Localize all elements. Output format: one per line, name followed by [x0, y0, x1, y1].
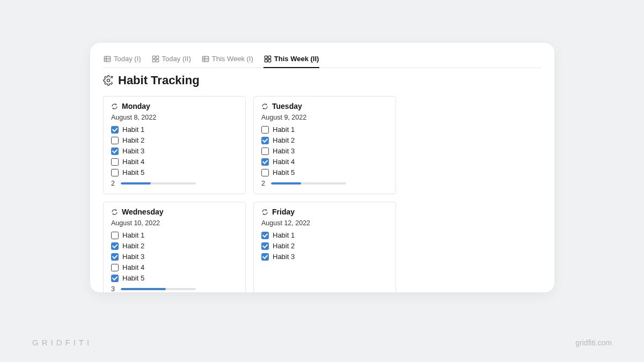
svg-rect-13 [268, 56, 271, 58]
habit-row: Habit 5 [111, 274, 238, 282]
tab-today-i-[interactable]: Today (I) [103, 53, 142, 68]
habit-label: Habit 1 [122, 231, 144, 239]
habit-label: Habit 1 [273, 125, 295, 134]
svg-rect-7 [156, 59, 158, 62]
progress-count: 3 [111, 285, 116, 292]
card-date: August 8, 2022 [111, 114, 238, 121]
tab-label: Today (II) [162, 55, 191, 63]
card-header: Tuesday [261, 102, 388, 110]
progress-row: 2 [111, 180, 238, 187]
svg-point-16 [107, 79, 110, 82]
card-header: Friday [261, 208, 388, 216]
card-day-name: Monday [122, 102, 150, 110]
habit-row: Habit 2 [111, 136, 238, 144]
habit-label: Habit 1 [122, 125, 144, 134]
progress-count: 2 [261, 180, 267, 187]
svg-rect-0 [104, 56, 110, 62]
habit-row: Habit 5 [261, 168, 388, 176]
habit-row: Habit 3 [261, 253, 388, 261]
habit-checkbox[interactable] [111, 242, 119, 250]
svg-rect-8 [202, 56, 208, 62]
card-date: August 10, 2022 [111, 219, 238, 227]
habit-checkbox[interactable] [261, 169, 269, 176]
habit-checkbox[interactable] [261, 232, 269, 239]
habit-checkbox[interactable] [111, 264, 119, 271]
habit-row: Habit 2 [111, 242, 238, 250]
habit-row: Habit 2 [261, 136, 388, 144]
tab-this-week-i-[interactable]: This Week (I) [201, 53, 254, 68]
progress-bar [121, 182, 196, 184]
habit-checkbox[interactable] [261, 147, 269, 155]
tab-label: This Week (I) [212, 55, 253, 63]
habit-label: Habit 3 [273, 253, 295, 261]
card-date: August 9, 2022 [261, 114, 388, 121]
grid-icon [152, 55, 159, 63]
habit-label: Habit 5 [122, 168, 144, 176]
habit-row: Habit 5 [111, 168, 238, 176]
habit-checkbox[interactable] [111, 137, 119, 144]
progress-row: 2 [261, 180, 388, 187]
table-icon [202, 55, 209, 63]
habit-checkbox[interactable] [261, 137, 269, 144]
habit-row: Habit 3 [261, 147, 388, 155]
habit-checkbox[interactable] [111, 169, 119, 176]
day-card-tuesday[interactable]: TuesdayAugust 9, 2022Habit 1Habit 2Habit… [253, 96, 396, 194]
habit-checkbox[interactable] [111, 275, 119, 282]
card-day-name: Wednesday [122, 208, 164, 216]
tab-this-week-ii-[interactable]: This Week (II) [264, 53, 320, 68]
progress-fill [121, 288, 166, 290]
brand-url: gridfiti.com [575, 338, 612, 347]
habit-checkbox[interactable] [111, 126, 119, 134]
tab-label: Today (I) [114, 55, 141, 63]
habit-checkbox[interactable] [261, 242, 269, 250]
page-title: Habit Tracking [118, 73, 200, 87]
sync-icon [261, 102, 269, 110]
habit-label: Habit 5 [273, 168, 295, 176]
progress-row: 3 [111, 285, 238, 292]
sync-icon [111, 208, 119, 216]
card-date: August 12, 2022 [261, 219, 388, 227]
habit-row: Habit 4 [261, 158, 388, 166]
habit-label: Habit 1 [273, 231, 295, 239]
day-card-friday[interactable]: FridayAugust 12, 2022Habit 1Habit 2Habit… [253, 202, 396, 292]
svg-rect-5 [156, 56, 158, 58]
habit-row: Habit 4 [111, 263, 238, 271]
progress-fill [121, 182, 151, 184]
habit-label: Habit 3 [122, 253, 144, 261]
svg-rect-14 [265, 59, 267, 62]
habit-label: Habit 4 [122, 263, 144, 271]
page-header: Habit Tracking [103, 73, 541, 87]
brand-logo: GRIDFITI [32, 338, 92, 347]
progress-fill [271, 182, 301, 184]
card-day-name: Friday [272, 208, 295, 216]
card-header: Wednesday [111, 208, 238, 216]
card-day-name: Tuesday [272, 102, 302, 110]
svg-rect-12 [265, 56, 267, 58]
svg-rect-15 [268, 59, 271, 62]
tab-today-ii-[interactable]: Today (II) [151, 53, 192, 68]
habit-label: Habit 3 [273, 147, 295, 155]
habit-row: Habit 4 [111, 158, 238, 166]
day-card-monday[interactable]: MondayAugust 8, 2022Habit 1Habit 2Habit … [103, 96, 246, 194]
sync-icon [261, 208, 269, 216]
progress-count: 2 [111, 180, 116, 187]
habit-checkbox[interactable] [111, 158, 119, 166]
habit-checkbox[interactable] [111, 232, 119, 239]
board: MondayAugust 8, 2022Habit 1Habit 2Habit … [103, 96, 541, 292]
habit-checkbox[interactable] [261, 158, 269, 166]
habit-label: Habit 2 [122, 242, 144, 250]
habit-checkbox[interactable] [111, 253, 119, 261]
day-card-wednesday[interactable]: WednesdayAugust 10, 2022Habit 1Habit 2Ha… [103, 202, 246, 292]
progress-bar [271, 182, 346, 184]
svg-rect-6 [152, 59, 155, 62]
view-tabs: Today (I)Today (II)This Week (I)This Wee… [103, 53, 541, 68]
grid-icon [264, 55, 272, 63]
habit-label: Habit 3 [122, 147, 144, 155]
habit-row: Habit 3 [111, 147, 238, 155]
habit-row: Habit 2 [261, 242, 388, 250]
habit-checkbox[interactable] [261, 253, 269, 261]
habit-checkbox[interactable] [111, 147, 119, 155]
habit-checkbox[interactable] [261, 126, 269, 134]
sync-icon [111, 102, 119, 110]
habit-label: Habit 4 [273, 158, 295, 166]
